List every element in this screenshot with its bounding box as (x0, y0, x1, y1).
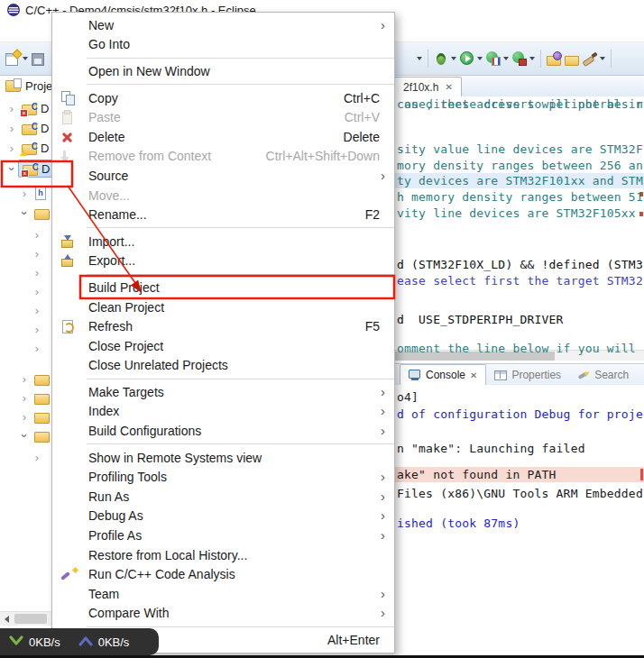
menu-item[interactable]: Rename... F2 (52, 205, 394, 224)
menu-item[interactable]: Remove from Context Ctrl+Alt+Shift+Down (52, 147, 394, 167)
menu-item[interactable]: Go Into (52, 35, 394, 55)
menu-item[interactable]: Make Targets (52, 382, 394, 402)
code-line: ease select first the target STM32 (394, 273, 644, 288)
menu-item[interactable]: Paste Ctrl+V (52, 107, 394, 127)
menu-item[interactable] (52, 441, 394, 448)
chevron-icon[interactable] (31, 285, 43, 298)
toolbar-button[interactable] (540, 50, 541, 68)
menu-item[interactable]: Refresh F5 (52, 316, 394, 336)
view-tab[interactable]: Search (569, 365, 637, 385)
dropdown-arrow-icon[interactable] (477, 57, 483, 60)
chevron-icon[interactable] (18, 187, 31, 200)
toolbar-button[interactable] (546, 50, 562, 68)
menu-item[interactable]: Open in New Window (52, 61, 394, 81)
menu-item[interactable] (52, 54, 394, 61)
cproject-icon (22, 124, 37, 135)
menu-item[interactable] (52, 270, 394, 278)
menu-item[interactable]: Run C/C++ Code Analysis (52, 564, 394, 584)
chevron-icon[interactable] (18, 206, 31, 220)
chevron-icon[interactable] (31, 304, 43, 317)
chevron-icon[interactable] (18, 391, 31, 405)
scroll-left-icon[interactable] (5, 616, 9, 623)
hfile-icon (35, 187, 46, 200)
toolbar-button[interactable] (5, 50, 29, 68)
code-line: h memory density ranges between 51 (394, 189, 644, 205)
toolbar-button[interactable] (459, 50, 483, 68)
toolbar-button[interactable] (582, 50, 606, 68)
console-output[interactable]: o4]d of configuration Debug for projen "… (394, 385, 644, 655)
menu-item[interactable]: Source (52, 166, 394, 186)
chevron-icon[interactable] (31, 228, 43, 242)
toolbar-button[interactable] (511, 50, 536, 68)
chevron-icon[interactable] (5, 122, 18, 135)
menu-item[interactable] (52, 375, 394, 382)
code-line (394, 220, 644, 235)
menu-item[interactable]: Export... (52, 251, 394, 271)
close-icon[interactable]: ✕ (470, 370, 477, 380)
project-explorer-tab[interactable]: Proje (5, 79, 52, 93)
folder-icon (34, 432, 50, 443)
chevron-icon[interactable] (31, 451, 43, 464)
menu-item[interactable]: Restore from Local History... (52, 545, 394, 565)
chevron-icon[interactable] (18, 410, 31, 424)
cproject-error-icon (23, 165, 38, 176)
dropdown-arrow-icon[interactable] (451, 57, 456, 60)
chevron-icon[interactable] (31, 323, 43, 336)
menu-item[interactable]: Import... (52, 232, 394, 251)
menu-item[interactable]: Team (52, 584, 394, 604)
close-icon[interactable]: ✕ (445, 82, 452, 92)
toolbar-button[interactable] (433, 50, 457, 68)
submenu-arrow-icon (376, 405, 385, 417)
menu-item[interactable]: Move... (52, 186, 394, 206)
toolbar-button[interactable] (485, 50, 510, 68)
view-tab[interactable]: Console ✕ (400, 364, 486, 385)
dropdown-arrow-icon[interactable] (600, 57, 605, 60)
menu-item[interactable]: Build Project (52, 278, 394, 297)
dropdown-arrow-icon[interactable] (503, 57, 509, 60)
console-line: n "make": Launching failed (394, 441, 644, 456)
dropdown-arrow-icon[interactable] (529, 57, 535, 60)
chevron-icon[interactable] (18, 429, 31, 443)
chevron-icon[interactable] (5, 142, 18, 155)
toolbar-button[interactable] (611, 50, 612, 68)
menu-item[interactable]: Run As (52, 487, 394, 507)
menu-item[interactable]: Compare With (52, 604, 394, 624)
dropdown-arrow-icon[interactable] (417, 57, 422, 60)
code-editor[interactable]: sity value line devices are STM32Fmory d… (394, 96, 644, 361)
remove-icon (60, 149, 79, 163)
menu-item[interactable]: Clean Project (52, 297, 394, 317)
menu-item[interactable]: New (52, 15, 394, 35)
editor-tab-stm32f10x[interactable]: 2f10x.h ✕ (394, 77, 462, 96)
chevron-icon[interactable] (5, 162, 18, 176)
scrollbar-thumb[interactable] (14, 614, 47, 624)
console-tab-bar: Console ✕ Properties Search (394, 363, 644, 385)
chevron-icon[interactable] (31, 342, 43, 355)
menu-item[interactable]: Index (52, 402, 394, 422)
chevron-icon[interactable] (5, 102, 18, 115)
chevron-icon[interactable] (31, 266, 43, 279)
code-line: mory density ranges between 256 an (394, 158, 644, 173)
menu-item[interactable]: Debug As (52, 507, 394, 526)
menu-item[interactable]: Copy Ctrl+C (52, 88, 394, 108)
toolbar-button[interactable] (399, 50, 423, 68)
folder-icon (34, 394, 50, 405)
toolbar-left-group (4, 42, 48, 75)
menu-item[interactable]: Close Project (52, 336, 394, 356)
chevron-icon[interactable] (18, 372, 31, 386)
menu-item[interactable]: Delete Delete (52, 127, 394, 147)
menu-item[interactable] (52, 81, 394, 88)
view-tab[interactable]: Properties (486, 365, 569, 385)
explorer-horizontal-scrollbar[interactable] (0, 611, 51, 626)
chevron-icon[interactable] (31, 247, 43, 260)
toolbar-button[interactable] (428, 50, 428, 68)
toolbar-button[interactable] (564, 50, 580, 68)
code-line: omment the line below if you will (394, 341, 644, 356)
menu-item[interactable]: Show in Remote Systems view (52, 448, 394, 468)
menu-item[interactable]: Build Configurations (52, 421, 394, 441)
menu-item[interactable]: Profile As (52, 525, 394, 545)
toolbar-button[interactable] (31, 50, 47, 68)
menu-item[interactable] (52, 224, 394, 232)
menu-item[interactable]: Close Unrelated Projects (52, 356, 394, 376)
dropdown-arrow-icon[interactable] (23, 57, 28, 60)
menu-item[interactable]: Profiling Tools (52, 467, 394, 487)
